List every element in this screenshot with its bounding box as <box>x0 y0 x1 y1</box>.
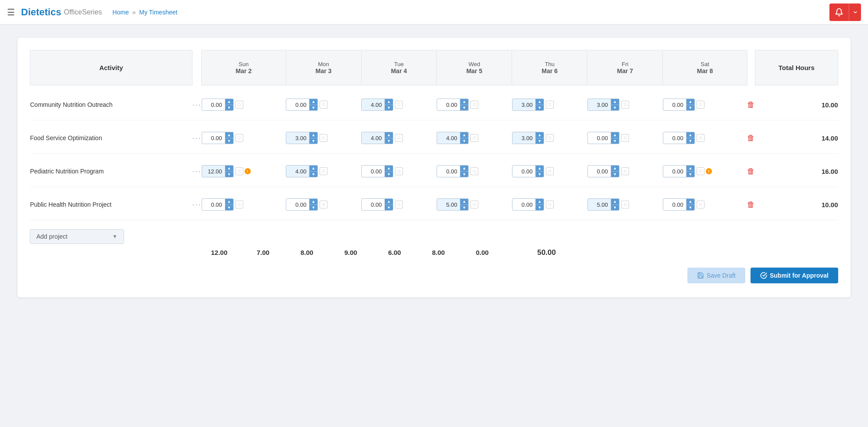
spin-down-r3-c1[interactable]: ▼ <box>309 205 317 210</box>
num-field-r1-c2[interactable] <box>362 133 384 143</box>
note-icon-r2-c0[interactable]: □ <box>235 167 243 175</box>
spin-down-r1-c1[interactable]: ▼ <box>309 138 317 144</box>
num-field-r3-c2[interactable] <box>362 200 384 210</box>
spin-down-r1-c5[interactable]: ▼ <box>611 138 619 144</box>
row-menu-2[interactable]: ··· <box>192 156 202 187</box>
note-icon-r1-c0[interactable]: □ <box>235 134 243 142</box>
num-field-r3-c5[interactable] <box>588 200 611 210</box>
spin-up-r1-c4[interactable]: ▲ <box>536 132 544 138</box>
note-icon-r0-c1[interactable]: □ <box>320 101 327 109</box>
submit-button[interactable]: Submit for Approval <box>751 268 838 283</box>
note-icon-r0-c2[interactable]: □ <box>395 101 403 109</box>
note-icon-r1-c2[interactable]: □ <box>395 134 403 142</box>
spin-up-r1-c5[interactable]: ▲ <box>611 132 619 138</box>
spin-down-r3-c0[interactable]: ▼ <box>225 205 233 210</box>
num-field-r2-c2[interactable] <box>362 166 384 176</box>
spin-up-r3-c6[interactable]: ▲ <box>687 199 694 205</box>
spin-down-r2-c3[interactable]: ▼ <box>460 171 468 177</box>
spin-down-r1-c2[interactable]: ▼ <box>385 138 393 144</box>
num-field-r0-c6[interactable] <box>663 100 686 110</box>
note-icon-r1-c3[interactable]: □ <box>470 134 478 142</box>
spin-down-r1-c6[interactable]: ▼ <box>687 138 694 144</box>
notification-button[interactable] <box>829 4 849 21</box>
spin-down-r2-c2[interactable]: ▼ <box>385 171 393 177</box>
spin-up-r3-c2[interactable]: ▲ <box>385 199 393 205</box>
spin-up-r1-c2[interactable]: ▲ <box>385 132 393 138</box>
note-icon-r3-c2[interactable]: □ <box>395 201 403 208</box>
spin-down-r3-c5[interactable]: ▼ <box>611 205 619 210</box>
note-icon-r3-c0[interactable]: □ <box>235 201 243 208</box>
spin-up-r0-c4[interactable]: ▲ <box>536 99 544 105</box>
row-menu-3[interactable]: ··· <box>192 190 202 220</box>
num-field-r3-c6[interactable] <box>663 200 686 210</box>
spin-down-r1-c3[interactable]: ▼ <box>460 138 468 144</box>
spin-up-r0-c3[interactable]: ▲ <box>460 99 468 105</box>
header-dropdown-button[interactable] <box>849 4 861 21</box>
spin-up-r3-c1[interactable]: ▲ <box>309 199 317 205</box>
delete-row-1-button[interactable]: 🗑 <box>747 134 755 143</box>
num-field-r1-c5[interactable] <box>588 133 611 143</box>
spin-up-r0-c1[interactable]: ▲ <box>309 99 317 105</box>
note-icon-r1-c5[interactable]: □ <box>621 134 629 142</box>
spin-down-r0-c6[interactable]: ▼ <box>687 105 694 110</box>
delete-row-3-button[interactable]: 🗑 <box>747 200 755 209</box>
note-icon-r0-c0[interactable]: □ <box>235 101 243 109</box>
spin-up-r2-c0[interactable]: ▲ <box>225 166 233 171</box>
spin-up-r0-c0[interactable]: ▲ <box>225 99 233 105</box>
num-field-r2-c4[interactable] <box>512 166 535 176</box>
spin-down-r3-c6[interactable]: ▼ <box>687 205 694 210</box>
spin-up-r1-c1[interactable]: ▲ <box>309 132 317 138</box>
note-icon-r0-c5[interactable]: □ <box>621 101 629 109</box>
save-draft-button[interactable]: Save Draft <box>687 268 745 283</box>
hamburger-menu[interactable]: ☰ <box>7 7 15 18</box>
spin-down-r0-c2[interactable]: ▼ <box>385 105 393 110</box>
num-field-r0-c0[interactable] <box>202 100 225 110</box>
spin-down-r0-c1[interactable]: ▼ <box>309 105 317 110</box>
num-field-r3-c1[interactable] <box>286 200 309 210</box>
delete-row-2-button[interactable]: 🗑 <box>747 167 755 176</box>
note-icon-r0-c4[interactable]: □ <box>546 101 554 109</box>
spin-down-r2-c5[interactable]: ▼ <box>611 171 619 177</box>
note-icon-r3-c5[interactable]: □ <box>621 201 629 208</box>
spin-up-r3-c4[interactable]: ▲ <box>536 199 544 205</box>
num-field-r1-c4[interactable] <box>512 133 535 143</box>
num-field-r0-c4[interactable] <box>512 100 535 110</box>
spin-down-r3-c3[interactable]: ▼ <box>460 205 468 210</box>
note-icon-r1-c1[interactable]: □ <box>320 134 327 142</box>
spin-down-r0-c0[interactable]: ▼ <box>225 105 233 110</box>
note-icon-r1-c4[interactable]: □ <box>546 134 554 142</box>
spin-up-r2-c5[interactable]: ▲ <box>611 166 619 171</box>
row-menu-1[interactable]: ··· <box>192 123 202 154</box>
spin-up-r3-c0[interactable]: ▲ <box>225 199 233 205</box>
spin-up-r1-c3[interactable]: ▲ <box>460 132 468 138</box>
num-field-r2-c0[interactable] <box>202 166 225 176</box>
num-field-r1-c1[interactable] <box>286 133 309 143</box>
spin-down-r2-c4[interactable]: ▼ <box>536 171 544 177</box>
note-icon-r0-c6[interactable]: □ <box>697 101 704 109</box>
note-icon-r1-c6[interactable]: □ <box>697 134 704 142</box>
num-field-r0-c3[interactable] <box>437 100 460 110</box>
note-icon-r2-c4[interactable]: □ <box>546 167 554 175</box>
spin-up-r2-c2[interactable]: ▲ <box>385 166 393 171</box>
spin-down-r2-c6[interactable]: ▼ <box>687 171 694 177</box>
breadcrumb-home[interactable]: Home <box>113 9 129 16</box>
num-field-r3-c0[interactable] <box>202 200 225 210</box>
num-field-r1-c3[interactable] <box>437 133 460 143</box>
num-field-r2-c5[interactable] <box>588 166 611 176</box>
spin-down-r2-c1[interactable]: ▼ <box>309 171 317 177</box>
spin-up-r1-c0[interactable]: ▲ <box>225 132 233 138</box>
num-field-r1-c0[interactable] <box>202 133 225 143</box>
spin-down-r2-c0[interactable]: ▼ <box>225 171 233 177</box>
spin-up-r1-c6[interactable]: ▲ <box>687 132 694 138</box>
num-field-r0-c1[interactable] <box>286 100 309 110</box>
spin-up-r2-c3[interactable]: ▲ <box>460 166 468 171</box>
spin-up-r0-c6[interactable]: ▲ <box>687 99 694 105</box>
spin-down-r1-c4[interactable]: ▼ <box>536 138 544 144</box>
spin-down-r3-c2[interactable]: ▼ <box>385 205 393 210</box>
note-icon-r3-c3[interactable]: □ <box>470 201 478 208</box>
row-menu-0[interactable]: ··· <box>192 90 202 120</box>
num-field-r2-c1[interactable] <box>286 166 309 176</box>
spin-up-r2-c1[interactable]: ▲ <box>309 166 317 171</box>
note-icon-r3-c4[interactable]: □ <box>546 201 554 208</box>
num-field-r1-c6[interactable] <box>663 133 686 143</box>
